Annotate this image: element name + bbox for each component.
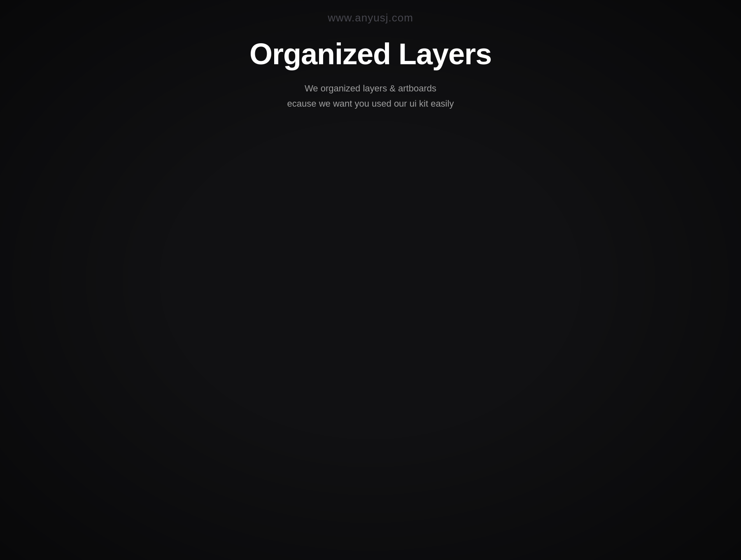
- page-title: Organized Layers: [0, 37, 741, 71]
- hero-subtitle: We organized layers & artboards ecause w…: [0, 81, 741, 112]
- watermark: www.anyusj.com: [328, 12, 413, 24]
